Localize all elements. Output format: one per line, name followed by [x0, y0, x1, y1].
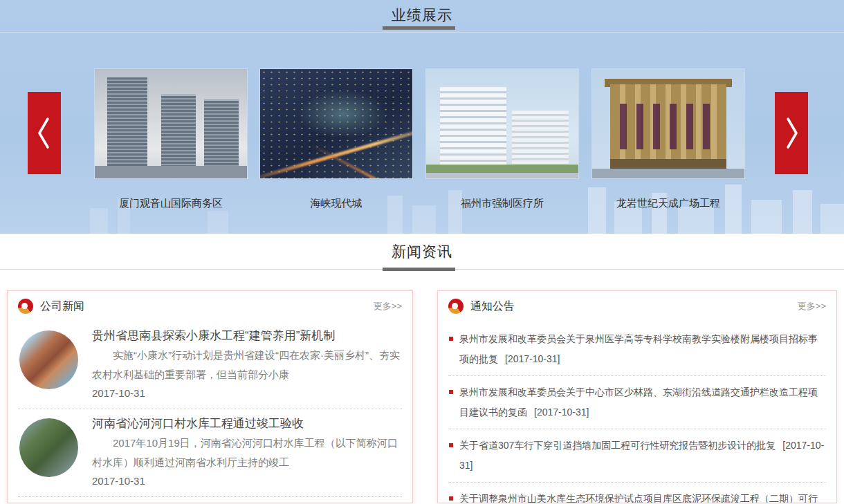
chevron-right-icon [775, 92, 808, 174]
company-news-panel: 公司新闻 更多>> 贵州省思南县探索小康水工程“建管养用”新机制 实施“小康水”… [7, 290, 413, 503]
tower-shape [161, 94, 196, 166]
carousel-item-2: 海峡现代城 [260, 69, 412, 210]
company-logo-icon [18, 299, 33, 314]
chevron-left-icon [28, 92, 61, 174]
banner-stripes [620, 104, 717, 149]
logo-inner-dot [21, 303, 28, 309]
performance-section-title: 业绩展示 [0, 6, 844, 25]
project-image-xiamen[interactable] [95, 69, 247, 178]
greenery-shape [426, 165, 578, 173]
news-date: 2017-10-31 [92, 472, 402, 489]
tower-shape [204, 99, 239, 166]
notice-text: 关于省道307车行下穿引道挡墙加固工程可行性研究报告暨初步设计的批复 [459, 440, 776, 451]
base-shape [610, 159, 726, 169]
carousel-prev-button[interactable] [28, 92, 61, 174]
notice-item[interactable]: 泉州市发展和改革委员会关于中心市区少林路、东湖街沿线道路交通护栏改造工程项目建议… [448, 375, 826, 429]
news-body: 贵州省思南县探索小康水工程“建管养用”新机制 实施“小康水”行动计划是贵州省建设… [92, 328, 402, 402]
ground-shape [95, 166, 247, 178]
carousel-item-1: 厦门观音山国际商务区 [95, 69, 247, 210]
notice-item[interactable]: 关于调整泉州市山美水库生态环境保护试点项目库区底泥环保疏浚工程（二期）可行性研究… [448, 482, 826, 503]
news-title-underline-bar [383, 268, 455, 271]
project-image-fuzhou[interactable] [426, 69, 578, 178]
company-news-list: 贵州省思南县探索小康水工程“建管养用”新机制 实施“小康水”行动计划是贵州省建设… [8, 321, 412, 503]
logo-inner-dot [452, 303, 458, 309]
news-summary: 2017年10月19日，河南省沁河河口村水库工程（以下简称河口村水库）顺利通过河… [92, 433, 402, 472]
project-image-haixia[interactable] [260, 69, 412, 178]
news-item: 今年新疆向塔里木河下游生态输水达6个多“天池” [18, 496, 402, 503]
news-summary: 实施“小康水”行动计划是贵州省建设“四在农家·美丽乡村”、夯实农村水利基础的重要… [92, 346, 402, 384]
notice-item[interactable]: 泉州市发展和改革委员会关于泉州医学高等专科学校南教学实验楼附属楼项目招标事项的批… [448, 323, 826, 375]
glow-shape [298, 90, 388, 138]
hero-divider-line [0, 32, 844, 32]
project-caption-1[interactable]: 厦门观音山国际商务区 [95, 197, 247, 210]
notices-more-link[interactable]: 更多>> [798, 300, 826, 312]
building-shape [440, 87, 506, 165]
news-title-link[interactable]: 河南省沁河河口村水库工程通过竣工验收 [92, 416, 402, 431]
notice-text: 关于调整泉州市山美水库生态环境保护试点项目库区底泥环保疏浚工程（二期）可行性研究… [459, 493, 818, 503]
news-date: 2017-10-31 [92, 384, 402, 402]
notice-text: 泉州市发展和改革委员会关于中心市区少林路、东湖街沿线道路交通护栏改造工程项目建议… [459, 386, 818, 418]
notice-date: [2017-10-31] [534, 407, 589, 418]
performance-section: 业绩展示 [0, 0, 844, 234]
red-square-bullet-icon [449, 337, 453, 341]
notice-date: [2017-10-31] [505, 353, 560, 364]
project-caption-3[interactable]: 福州市强制医疗所 [426, 197, 578, 210]
project-caption-4[interactable]: 龙岩世纪天成广场工程 [592, 197, 744, 210]
red-square-bullet-icon [449, 390, 453, 394]
carousel-item-4: 龙岩世纪天成广场工程 [592, 69, 744, 210]
tower-shape [107, 77, 147, 166]
notice-item[interactable]: 关于省道307车行下穿引道挡墙加固工程可行性研究报告暨初步设计的批复[2017-… [448, 429, 826, 482]
notices-list: 泉州市发展和改革委员会关于泉州医学高等专科学校南教学实验楼附属楼项目招标事项的批… [438, 323, 836, 503]
company-news-more-link[interactable]: 更多>> [374, 300, 402, 312]
carousel-item-3: 福州市强制医疗所 [426, 69, 578, 210]
carousel-next-button[interactable] [775, 92, 808, 174]
company-news-header: 公司新闻 更多>> [8, 291, 412, 321]
news-item: 贵州省思南县探索小康水工程“建管养用”新机制 实施“小康水”行动计划是贵州省建设… [18, 321, 402, 409]
news-section-title: 新闻资讯 [0, 242, 844, 261]
notices-panel: 通知公告 更多>> 泉州市发展和改革委员会关于泉州医学高等专科学校南教学实验楼附… [437, 290, 837, 503]
road-shape [426, 173, 578, 178]
red-square-bullet-icon [449, 496, 453, 501]
news-thumbnail [19, 330, 78, 389]
project-image-longyan[interactable] [592, 69, 744, 178]
notices-logo-icon [448, 299, 464, 314]
red-square-bullet-icon [449, 443, 453, 447]
title-underline-bar [383, 26, 455, 30]
news-title-link[interactable]: 贵州省思南县探索小康水工程“建管养用”新机制 [92, 328, 402, 344]
notices-title: 通知公告 [470, 299, 515, 314]
news-body: 河南省沁河河口村水库工程通过竣工验收 2017年10月19日，河南省沁河河口村水… [92, 416, 402, 489]
building-shape [512, 111, 569, 165]
notices-header: 通知公告 更多>> [438, 291, 836, 321]
company-news-title: 公司新闻 [40, 299, 84, 314]
street-shape [592, 169, 744, 178]
news-thumbnail [19, 418, 78, 477]
project-caption-2[interactable]: 海峡现代城 [260, 197, 412, 210]
news-item: 河南省沁河河口村水库工程通过竣工验收 2017年10月19日，河南省沁河河口村水… [18, 409, 402, 496]
